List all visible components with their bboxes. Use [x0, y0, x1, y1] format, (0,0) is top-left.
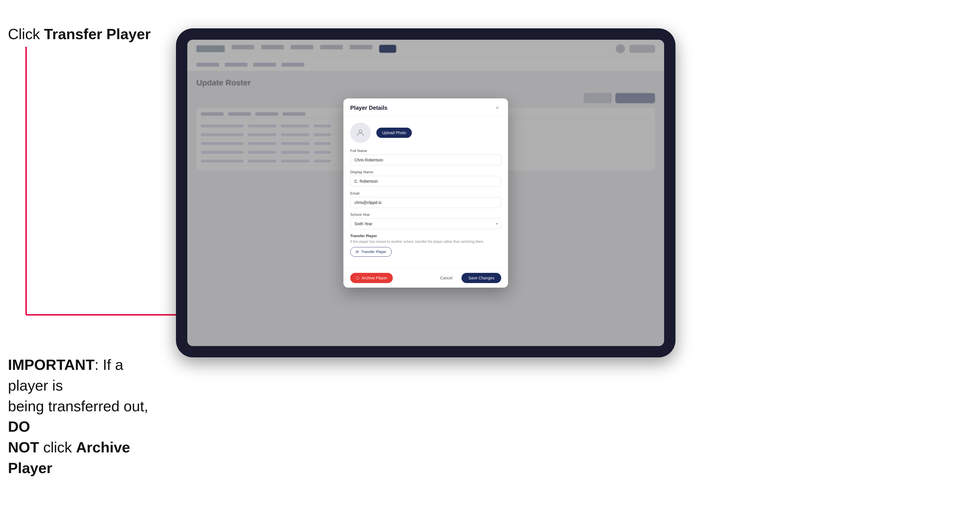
archive-player-button[interactable]: ⬡ Archive Player: [350, 273, 393, 283]
full-name-label: Full Name: [350, 149, 501, 153]
do-not-label: DONOT: [8, 418, 39, 456]
school-year-group: School Year Sixth Year First Year Second…: [350, 213, 501, 229]
display-name-label: Display Name: [350, 170, 501, 174]
transfer-section: Transfer Player If this player has moved…: [350, 234, 501, 257]
transfer-section-label: Transfer Player: [350, 234, 501, 238]
ipad-screen: Update Roster: [187, 40, 664, 346]
modal-overlay: Player Details ×: [187, 40, 664, 346]
instruction-top: Click Transfer Player: [8, 25, 151, 43]
svg-point-3: [359, 130, 362, 133]
full-name-group: Full Name: [350, 149, 501, 165]
full-name-input[interactable]: [350, 155, 501, 165]
cancel-button[interactable]: Cancel: [436, 273, 457, 283]
instruction-bottom: IMPORTANT: If a player isbeing transferr…: [8, 354, 167, 478]
important-label: IMPORTANT: [8, 357, 94, 373]
transfer-player-button[interactable]: ⟳ Transfer Player: [350, 247, 392, 257]
modal-body: Upload Photo Full Name Display Name: [344, 117, 508, 268]
school-year-select[interactable]: Sixth Year First Year Second Year Third …: [350, 218, 501, 229]
email-input[interactable]: [350, 197, 501, 208]
transfer-icon: ⟳: [356, 249, 359, 254]
upload-photo-button[interactable]: Upload Photo: [376, 128, 412, 138]
school-year-label: School Year: [350, 213, 501, 217]
email-label: Email: [350, 191, 501, 195]
modal-footer: ⬡ Archive Player Cancel Save Changes: [344, 268, 508, 287]
ipad-device: Update Roster: [176, 29, 676, 357]
display-name-group: Display Name: [350, 170, 501, 187]
avatar: [350, 122, 371, 143]
app-background: Update Roster: [187, 40, 664, 346]
instruction-prefix: Click: [8, 26, 44, 42]
close-button[interactable]: ×: [493, 104, 501, 112]
archive-icon: ⬡: [356, 276, 359, 280]
save-changes-button[interactable]: Save Changes: [461, 273, 501, 283]
instruction-bold: Transfer Player: [44, 26, 151, 42]
display-name-input[interactable]: [350, 176, 501, 187]
modal-header: Player Details ×: [344, 98, 508, 117]
footer-actions: Cancel Save Changes: [436, 273, 501, 283]
email-group: Email: [350, 191, 501, 208]
avatar-section: Upload Photo: [350, 122, 501, 143]
archive-btn-label: Archive Player: [361, 276, 387, 280]
transfer-description: If this player has moved to another scho…: [350, 239, 501, 244]
school-year-select-wrapper: Sixth Year First Year Second Year Third …: [350, 218, 501, 229]
transfer-player-label: Transfer Player: [361, 249, 386, 254]
modal-title: Player Details: [350, 105, 387, 111]
instruction-suffix1: : If a player isbeing transferred out, D…: [8, 357, 148, 476]
player-details-modal: Player Details ×: [344, 98, 508, 287]
